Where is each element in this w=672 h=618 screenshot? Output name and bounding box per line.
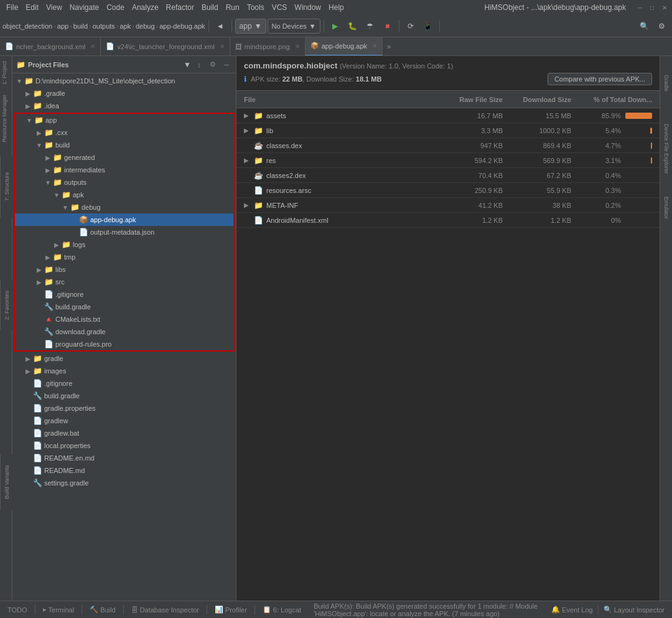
- breadcrumb-item-6[interactable]: app-debug.apk: [159, 22, 205, 30]
- tab-close-2[interactable]: ✕: [295, 43, 300, 50]
- menu-refactor[interactable]: Refactor: [162, 2, 198, 13]
- sidebar-btn-structure[interactable]: 7: Structure: [0, 156, 12, 218]
- search-button[interactable]: 🔍: [636, 18, 652, 34]
- tree-item-generated[interactable]: ▶ 📁 generated: [15, 151, 233, 164]
- sidebar-btn-project[interactable]: 1: Project: [0, 56, 12, 90]
- close-button[interactable]: ✕: [660, 2, 670, 12]
- tree-item-gradlew[interactable]: 📄 gradlew: [12, 414, 236, 427]
- tree-item-apk-folder[interactable]: ▼ 📁 apk: [15, 189, 233, 201]
- settings-button[interactable]: ⚙: [653, 18, 670, 34]
- panel-expand-btn[interactable]: ↕: [194, 59, 205, 70]
- apk-row-1[interactable]: ▶ 📁 lib 3.3 MB 1000.2 KB 5.4%: [236, 123, 660, 138]
- breadcrumb-item-1[interactable]: app: [57, 22, 68, 30]
- menu-run[interactable]: Run: [222, 2, 243, 13]
- sidebar-btn-device-file-explorer[interactable]: Device File Explorer: [662, 108, 671, 189]
- device-mgr-button[interactable]: 📱: [420, 18, 436, 34]
- menu-window[interactable]: Window: [291, 2, 325, 13]
- breadcrumb-item-3[interactable]: outputs: [93, 22, 115, 30]
- status-profiler[interactable]: 📊 Profiler: [212, 601, 250, 618]
- status-event-log[interactable]: 🔔 Event Log: [549, 606, 595, 614]
- tree-item-local-properties[interactable]: 📄 local.properties: [12, 439, 236, 452]
- menu-vcs[interactable]: VCS: [268, 2, 291, 13]
- tab-2[interactable]: 🖼 mindspore.png ✕: [230, 37, 306, 56]
- tree-item-metadata[interactable]: 📄 output-metadata.json: [15, 226, 233, 238]
- status-terminal[interactable]: ▸ Terminal: [40, 601, 77, 618]
- sidebar-btn-favorites[interactable]: 2: Favorites: [0, 280, 12, 330]
- tab-close-0[interactable]: ✕: [90, 43, 95, 50]
- tree-item-apk-file[interactable]: 📦 app-debug.apk: [15, 213, 233, 226]
- status-build[interactable]: 🔨 Build: [87, 601, 118, 618]
- apk-row-3[interactable]: ▶ 📁 res 594.2 KB 569.9 KB 3.1%: [236, 153, 660, 168]
- menu-navigate[interactable]: Navigate: [66, 2, 103, 13]
- tree-item-tmp[interactable]: ▶ 📁 tmp: [15, 251, 233, 263]
- tree-root[interactable]: ▼ 📁 D:\mindspore21D\1_MS_Lite\object_det…: [12, 75, 236, 87]
- panel-dropdown-arrow[interactable]: ▼: [184, 60, 191, 69]
- menu-view[interactable]: View: [42, 2, 66, 13]
- tree-item-readme-en[interactable]: 📄 README.en.md: [12, 452, 236, 464]
- apk-row-2[interactable]: ☕ classes.dex 947 KB 869.4 KB 4.7%: [236, 138, 660, 153]
- tree-item-gradle-hidden[interactable]: ▶ 📁 .gradle: [12, 87, 236, 100]
- status-logcat[interactable]: 📋 6: Logcat: [260, 601, 304, 618]
- panel-settings-btn[interactable]: ⚙: [207, 59, 218, 70]
- tree-item-debug[interactable]: ▼ 📁 debug: [15, 201, 233, 213]
- menu-tools[interactable]: Tools: [243, 2, 268, 13]
- status-layout-inspector[interactable]: 🔍 Layout Inspector: [601, 606, 667, 614]
- status-database-inspector[interactable]: 🗄 Database Inspector: [129, 601, 202, 618]
- debug-button[interactable]: 🐛: [345, 18, 361, 34]
- sidebar-btn-emulator[interactable]: Emulator: [662, 189, 671, 227]
- apk-row-0[interactable]: ▶ 📁 assets 16.7 MB 15.5 MB 85.9%: [236, 108, 660, 123]
- tree-item-images[interactable]: ▶ 📁 images: [12, 365, 236, 377]
- tree-item-gradlew-bat[interactable]: 📄 gradlew.bat: [12, 427, 236, 439]
- menu-help[interactable]: Help: [325, 2, 348, 13]
- tree-item-app[interactable]: ▼ 📁 app: [15, 114, 233, 126]
- panel-close-btn[interactable]: ─: [221, 59, 232, 70]
- stop-button[interactable]: ■: [380, 18, 396, 34]
- menu-file[interactable]: File: [2, 2, 22, 13]
- tab-close-3[interactable]: ✕: [372, 42, 377, 49]
- tree-item-build[interactable]: ▼ 📁 build: [15, 139, 233, 151]
- menu-edit[interactable]: Edit: [22, 2, 42, 13]
- tree-item-logs[interactable]: ▶ 📁 logs: [15, 238, 233, 251]
- tree-item-gitignore-app[interactable]: 📄 .gitignore: [15, 288, 233, 301]
- no-devices-dropdown[interactable]: No Devices ▼: [268, 19, 320, 34]
- tree-item-intermediates[interactable]: ▶ 📁 intermediates: [15, 164, 233, 176]
- breadcrumb-item-5[interactable]: debug: [136, 22, 155, 30]
- menu-build[interactable]: Build: [198, 2, 222, 13]
- tree-item-download-gradle[interactable]: 🔧 download.gradle: [15, 325, 233, 338]
- sidebar-btn-resource-manager[interactable]: Resource Manager: [0, 90, 12, 147]
- breadcrumb-item-0[interactable]: object_detection: [2, 22, 52, 30]
- tree-item-cmake[interactable]: 🔺 CMakeLists.txt: [15, 313, 233, 325]
- tree-item-cxx[interactable]: ▶ 📁 .cxx: [15, 126, 233, 139]
- sidebar-btn-build-variants[interactable]: Build Variants: [0, 454, 12, 510]
- apk-row-4[interactable]: ☕ classes2.dex 70.4 KB 67.2 KB 0.4%: [236, 168, 660, 183]
- tree-item-gradle[interactable]: ▶ 📁 gradle: [12, 352, 236, 365]
- tree-item-proguard[interactable]: 📄 proguard-rules.pro: [15, 338, 233, 350]
- sidebar-btn-gradle[interactable]: Gradle: [662, 59, 671, 108]
- tree-item-gradle-properties[interactable]: 📄 gradle.properties: [12, 402, 236, 414]
- apk-row-6[interactable]: ▶ 📁 META-INF 41.2 KB 38 KB 0.2%: [236, 198, 660, 213]
- sync-button[interactable]: ⟳: [403, 18, 419, 34]
- breadcrumb-item-4[interactable]: apk: [120, 22, 131, 30]
- apk-row-7[interactable]: 📄 AndroidManifest.xml 1.2 KB 1.2 KB 0%: [236, 213, 660, 228]
- tree-item-readme[interactable]: 📄 README.md: [12, 464, 236, 477]
- tree-item-idea[interactable]: ▶ 📁 .idea: [12, 100, 236, 112]
- coverage-button[interactable]: ☂: [362, 18, 378, 34]
- tab-more-button[interactable]: »: [383, 37, 395, 56]
- tree-item-buildgradle-app[interactable]: 🔧 build.gradle: [15, 301, 233, 313]
- run-button[interactable]: ▶: [327, 18, 343, 34]
- menu-code[interactable]: Code: [103, 2, 128, 13]
- menu-analyze[interactable]: Analyze: [128, 2, 162, 13]
- tree-item-gitignore-root[interactable]: 📄 .gitignore: [12, 377, 236, 390]
- tree-item-settings-gradle[interactable]: 🔧 settings.gradle: [12, 477, 236, 489]
- minimize-button[interactable]: ─: [635, 2, 645, 12]
- breadcrumb-item-2[interactable]: build: [73, 22, 88, 30]
- tab-close-1[interactable]: ✕: [220, 43, 225, 50]
- compare-button[interactable]: Compare with previous APK...: [548, 73, 652, 85]
- tab-3[interactable]: 📦 app-debug.apk ✕: [306, 37, 383, 56]
- tree-item-buildgradle-root[interactable]: 🔧 build.gradle: [12, 390, 236, 402]
- status-todo[interactable]: TODO: [5, 601, 30, 618]
- apk-row-5[interactable]: 📄 resources.arsc 250.9 KB 55.9 KB 0.3%: [236, 183, 660, 198]
- app-dropdown[interactable]: app ▼: [235, 19, 266, 34]
- back-button[interactable]: ◄: [212, 18, 228, 34]
- tree-item-outputs[interactable]: ▼ 📁 outputs: [15, 176, 233, 189]
